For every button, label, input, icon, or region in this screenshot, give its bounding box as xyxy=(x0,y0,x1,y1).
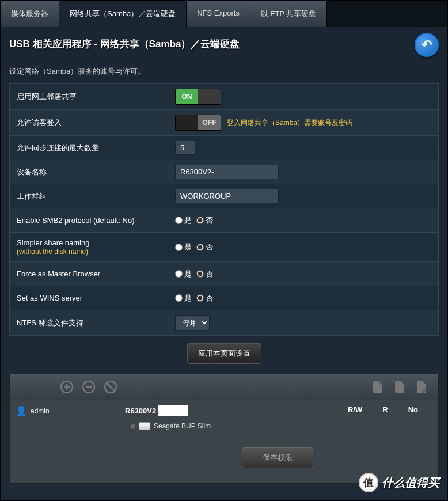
wins-yes[interactable]: 是 xyxy=(175,293,192,303)
watermark-logo: 值 xyxy=(359,473,378,492)
settings-table: 启用网上邻居共享 ON 允许访客登入 OFF 登入网络共享（Samba）需要账号… xyxy=(9,84,439,336)
device-name-input[interactable] xyxy=(175,165,279,179)
smb2-label: Enable SMB2 protocol (default: No) xyxy=(10,210,168,230)
tab-ftp[interactable]: 以 FTP 共享硬盘 xyxy=(250,1,328,27)
tab-samba[interactable]: 网络共享（Samba）／云端硬盘 xyxy=(59,1,187,27)
page-subtitle: 设定网络（Samba）服务的账号与许可。 xyxy=(1,63,447,84)
file-add-icon[interactable] xyxy=(370,379,386,395)
expand-icon[interactable]: ⊞ xyxy=(131,423,135,430)
simple-name-no[interactable]: 否 xyxy=(196,242,213,252)
back-arrow-icon: ↶ xyxy=(422,37,432,52)
file-icon[interactable] xyxy=(392,379,408,395)
watermark: 值 什么值得买 xyxy=(359,473,439,492)
disk-item[interactable]: ⊞ Seagate BUP Slim xyxy=(131,422,430,430)
smb2-yes[interactable]: 是 xyxy=(175,215,192,226)
disk-icon xyxy=(139,422,150,430)
guest-login-label: 允许访客登入 xyxy=(10,112,168,134)
master-no[interactable]: 否 xyxy=(196,269,213,279)
file-edit-icon[interactable] xyxy=(413,379,430,395)
user-icon: 👤 xyxy=(16,405,27,416)
remove-icon[interactable] xyxy=(81,379,97,395)
tab-nfs[interactable]: NFS Exports xyxy=(187,1,250,27)
max-conn-label: 允许同步连接的最大数量 xyxy=(10,137,168,159)
back-button[interactable]: ↶ xyxy=(415,33,439,57)
enable-share-toggle[interactable]: ON xyxy=(175,89,221,105)
tab-bar: 媒体服务器 网络共享（Samba）／云端硬盘 NFS Exports 以 FTP… xyxy=(1,1,447,27)
wins-label: Set as WINS server xyxy=(10,288,168,308)
perm-header-rw: R/W xyxy=(348,405,362,416)
save-permissions-button[interactable]: 保存权限 xyxy=(242,447,313,468)
ntfs-select[interactable]: 停用 xyxy=(175,315,210,331)
simple-name-label: Simpler share naming (without the disk n… xyxy=(10,233,168,261)
apply-button[interactable]: 应用本页面设置 xyxy=(187,343,261,364)
perm-header-no: No xyxy=(408,405,418,416)
simple-name-yes[interactable]: 是 xyxy=(175,242,192,252)
enable-share-label: 启用网上邻居共享 xyxy=(10,86,168,108)
block-icon[interactable] xyxy=(102,379,119,395)
tab-media-server[interactable]: 媒体服务器 xyxy=(1,1,59,27)
watermark-text: 什么值得买 xyxy=(382,475,439,491)
perm-header-r: R xyxy=(382,405,388,416)
workgroup-label: 工作群组 xyxy=(10,185,168,207)
guest-login-toggle[interactable]: OFF xyxy=(175,115,221,131)
workgroup-input[interactable] xyxy=(175,189,279,203)
smb2-no[interactable]: 否 xyxy=(196,215,213,226)
share-panel: 👤 admin R6300V2 R/W R No ⊞ xyxy=(9,374,439,484)
max-conn-input[interactable] xyxy=(175,141,195,155)
master-browser-label: Force as Master Browser xyxy=(10,264,168,284)
add-icon[interactable] xyxy=(59,379,75,395)
share-device-name: R6300V2 xyxy=(125,407,156,415)
page-title: USB 相关应用程序 - 网络共享（Samba）／云端硬盘 xyxy=(9,37,439,51)
user-item[interactable]: 👤 admin xyxy=(16,405,110,416)
guest-login-info: 登入网络共享（Samba）需要账号及密码 xyxy=(227,118,352,128)
svg-line-6 xyxy=(107,383,115,391)
master-yes[interactable]: 是 xyxy=(175,269,192,279)
ntfs-label: NTFS 稀疏文件支持 xyxy=(10,312,168,334)
share-name-masked xyxy=(158,405,188,416)
wins-no[interactable]: 否 xyxy=(196,293,213,303)
device-name-label: 设备名称 xyxy=(10,161,168,183)
